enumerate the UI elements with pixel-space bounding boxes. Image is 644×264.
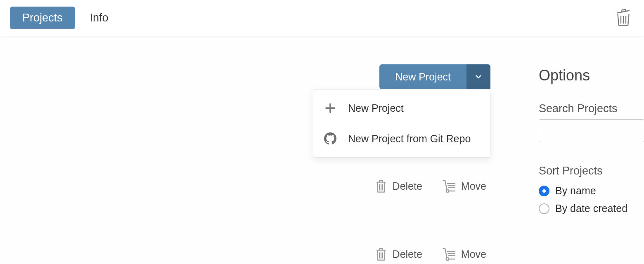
new-project-dropdown: New Project New Project from Git Repo <box>313 89 490 158</box>
sort-by-name-radio[interactable]: By name <box>539 185 644 197</box>
delete-label: Delete <box>393 248 422 260</box>
hand-truck-icon <box>441 179 456 193</box>
radio-label: By name <box>555 185 596 197</box>
options-heading: Options <box>539 67 644 84</box>
radio-icon <box>539 186 549 196</box>
move-project-button[interactable]: Move <box>441 179 486 193</box>
delete-label: Delete <box>393 180 422 192</box>
trash-button[interactable] <box>613 5 634 31</box>
dropdown-item-new-project[interactable]: New Project <box>313 93 490 123</box>
new-project-split-button: New Project <box>379 64 490 89</box>
project-actions-row: Delete Move <box>374 179 486 193</box>
sort-by-date-created-radio[interactable]: By date created <box>539 203 644 214</box>
hand-truck-icon <box>441 247 456 262</box>
tab-info[interactable]: Info <box>78 7 121 29</box>
radio-label: By date created <box>555 203 627 214</box>
delete-project-button[interactable]: Delete <box>374 247 422 262</box>
new-project-dropdown-toggle[interactable] <box>466 64 490 89</box>
search-projects-label: Search Projects <box>539 102 644 115</box>
move-project-button[interactable]: Move <box>441 247 486 262</box>
dropdown-item-label: New Project <box>348 102 404 114</box>
trash-small-icon <box>374 179 388 193</box>
github-icon <box>323 132 337 145</box>
search-projects-input[interactable] <box>544 125 644 136</box>
options-sidebar: Options Search Projects Sort Projects By… <box>539 67 644 220</box>
dropdown-item-new-project-from-git[interactable]: New Project from Git Repo <box>313 123 490 154</box>
move-label: Move <box>461 180 486 192</box>
new-project-button[interactable]: New Project <box>379 64 466 89</box>
sort-projects-label: Sort Projects <box>539 165 644 177</box>
trash-small-icon <box>374 247 388 262</box>
chevron-down-icon <box>474 72 483 81</box>
plus-icon <box>323 102 337 114</box>
workspace: New Project New Project New Proje <box>0 36 644 264</box>
radio-icon <box>539 203 549 214</box>
move-label: Move <box>461 248 486 260</box>
trash-icon <box>616 9 631 26</box>
project-actions-row: Delete Move <box>374 247 486 262</box>
dropdown-item-label: New Project from Git Repo <box>348 133 471 145</box>
tab-projects[interactable]: Projects <box>10 7 75 29</box>
delete-project-button[interactable]: Delete <box>374 179 422 193</box>
top-tab-bar: Projects Info <box>0 0 644 36</box>
search-projects-box[interactable] <box>539 119 644 142</box>
